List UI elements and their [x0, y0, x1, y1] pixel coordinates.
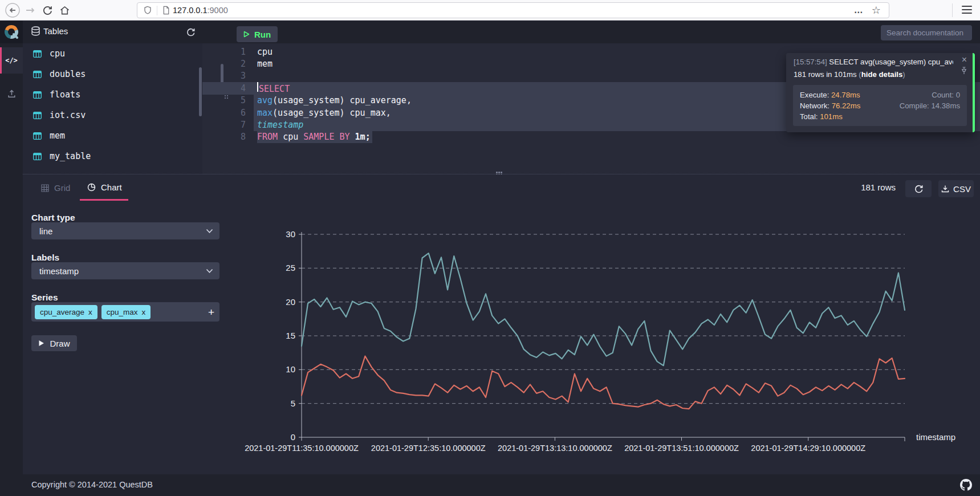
line-number: 5: [202, 95, 254, 107]
bookmark-star-icon[interactable]: ☆: [872, 4, 881, 17]
notification-query: [15:57:54] SELECT avg(usage_system) cpu_…: [794, 58, 953, 66]
table-row[interactable]: floats: [23, 84, 202, 105]
menu-icon[interactable]: [962, 6, 972, 14]
page-icon[interactable]: [162, 6, 170, 15]
series-chip[interactable]: cpu_maxx: [101, 305, 151, 319]
tables-panel-title: Tables: [43, 26, 68, 36]
table-icon: [33, 91, 42, 99]
url-bar[interactable]: 127.0.0.1:9000 … ☆: [137, 2, 889, 18]
labels-select[interactable]: timestamp: [31, 262, 219, 279]
tables-scrollbar[interactable]: [199, 67, 202, 116]
url-host: 127.0.0.1: [173, 6, 207, 15]
url-text[interactable]: 127.0.0.1:9000: [173, 6, 228, 15]
table-name: my_table: [50, 151, 91, 161]
table-name: floats: [50, 90, 80, 100]
grid-icon: [41, 184, 49, 192]
add-series-button[interactable]: +: [208, 307, 214, 318]
series-chip-label: cpu_max: [107, 308, 138, 316]
rows-count: 181 rows: [849, 179, 896, 196]
home-icon: [59, 5, 71, 17]
chevron-down-icon: [206, 229, 213, 234]
pie-chart-icon: [87, 183, 96, 192]
text-caret: [257, 82, 258, 92]
table-row[interactable]: iot.csv: [23, 105, 202, 125]
csv-button[interactable]: CSV: [938, 180, 974, 197]
notification-close-icon[interactable]: ×: [962, 55, 967, 64]
x-axis-label: 2021-01-29T12:35:10.000000Z: [371, 444, 486, 453]
table-icon: [33, 50, 42, 58]
github-icon: [960, 479, 972, 491]
pin-icon[interactable]: [961, 67, 967, 75]
line-number: 4: [202, 82, 254, 94]
tab-grid[interactable]: Grid: [41, 183, 70, 193]
chip-remove-icon[interactable]: x: [142, 308, 146, 316]
shield-icon[interactable]: [143, 6, 152, 15]
series-box[interactable]: cpu_averagexcpu_maxx +: [31, 302, 219, 322]
tables-panel: cpudoublesfloatsiot.csvmemmy_table: [23, 43, 202, 174]
x-axis-label: 2021-01-29T13:13:10.000000Z: [498, 444, 612, 453]
y-axis-label: 30: [286, 229, 295, 239]
reload-icon: [42, 5, 53, 16]
url-port: :9000: [207, 6, 227, 15]
series-line-cpu_average: [302, 356, 905, 409]
table-icon: [33, 132, 42, 140]
line-number: 6: [202, 107, 254, 119]
side-rail: </>: [0, 43, 23, 474]
app-topbar: [0, 21, 980, 43]
play-icon: [38, 340, 44, 347]
run-button[interactable]: Run: [237, 26, 278, 42]
refresh-icon: [186, 27, 196, 37]
y-axis-label: 25: [286, 263, 295, 273]
table-row[interactable]: my_table: [23, 146, 202, 166]
y-axis-label: 5: [291, 399, 295, 408]
execute-value: 24.78ms: [831, 91, 860, 99]
series-chip-label: cpu_average: [40, 308, 84, 316]
line-number: 2: [202, 58, 254, 70]
notification-summary: 181 rows in 101ms (hide details): [794, 70, 905, 79]
y-axis-label: 10: [286, 364, 295, 374]
home-button[interactable]: [58, 4, 71, 17]
draw-button[interactable]: Draw: [31, 335, 77, 351]
refresh-icon: [914, 184, 924, 194]
url-separator: [157, 6, 157, 15]
forward-button[interactable]: [24, 4, 36, 17]
table-row[interactable]: doubles: [23, 64, 202, 84]
stats-right: Count: 0 Compile: 14.38ms: [900, 90, 960, 121]
notification-stats: Execute: 24.78ms Network: 76.22ms Total:…: [793, 85, 967, 126]
github-link[interactable]: [960, 479, 972, 493]
questdb-console: 127.0.0.1:9000 … ☆ Tables Run </>: [0, 0, 980, 496]
series-line-cpu_max: [302, 253, 905, 365]
chip-remove-icon[interactable]: x: [88, 308, 92, 316]
copyright-text: Copyright © 2014-2021 QuestDB: [31, 480, 153, 489]
tab-chart[interactable]: Chart: [87, 182, 122, 192]
table-row[interactable]: cpu: [23, 43, 202, 64]
series-chip[interactable]: cpu_averagex: [35, 305, 97, 319]
notification-time: [15:57:54]: [794, 58, 827, 66]
compile-value: 14.38ms: [931, 101, 960, 110]
reload-button[interactable]: [41, 4, 54, 17]
refresh-tables-button[interactable]: [184, 26, 197, 38]
sidebar-item-console[interactable]: </>: [0, 47, 23, 74]
x-axis-label: 2021-01-29T11:35:10.000000Z: [245, 444, 359, 453]
database-icon: [31, 26, 40, 36]
code-line[interactable]: 8FROM cpu SAMPLE BY 1m;: [202, 131, 980, 143]
line-number: 8: [202, 131, 254, 143]
search-docs-input[interactable]: [881, 25, 972, 40]
page-actions-icon[interactable]: …: [854, 5, 864, 15]
active-tab-underline: [80, 199, 128, 201]
total-value: 101ms: [820, 112, 843, 121]
table-name: iot.csv: [50, 110, 86, 120]
sidebar-item-import[interactable]: [0, 82, 23, 105]
table-row[interactable]: mem: [23, 125, 202, 146]
results-chart: 0510152025302021-01-29T11:35:10.000000Z2…: [217, 203, 975, 467]
questdb-logo[interactable]: [0, 21, 23, 43]
back-button[interactable]: [5, 2, 21, 18]
code-icon: </>: [5, 56, 18, 64]
refresh-results-button[interactable]: [905, 180, 932, 197]
hide-details-link[interactable]: hide details: [861, 70, 903, 79]
x-axis-label: 2021-01-29T13:51:10.000000Z: [624, 444, 739, 453]
x-axis-title: timestamp: [916, 432, 955, 442]
results-toolbar: Grid Chart 181 rows CSV: [23, 174, 980, 201]
chart-type-select[interactable]: line: [31, 222, 219, 239]
download-icon: [941, 185, 949, 193]
